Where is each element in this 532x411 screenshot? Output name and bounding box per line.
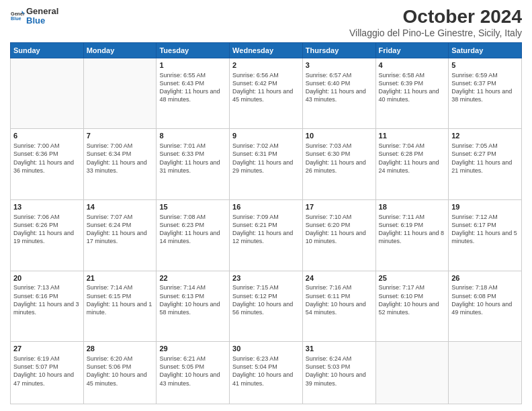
- day-number: 4: [379, 60, 446, 71]
- day-number: 26: [451, 273, 519, 283]
- day-info: Sunrise: 7:04 AMSunset: 6:28 PMDaylight:…: [379, 142, 446, 175]
- day-cell: 28Sunrise: 6:20 AMSunset: 5:06 PMDayligh…: [83, 342, 157, 404]
- day-info: Sunrise: 7:07 AMSunset: 6:24 PMDaylight:…: [87, 213, 154, 246]
- header: General Blue General Blue October 2024 V…: [10, 7, 522, 38]
- header-row: SundayMondayTuesdayWednesdayThursdayFrid…: [11, 42, 522, 58]
- day-info: Sunrise: 7:06 AMSunset: 6:26 PMDaylight:…: [13, 213, 81, 246]
- day-cell: 22Sunrise: 7:14 AMSunset: 6:13 PMDayligh…: [157, 271, 230, 342]
- day-number: 28: [87, 344, 154, 354]
- day-info: Sunrise: 7:15 AMSunset: 6:12 PMDaylight:…: [232, 283, 300, 316]
- day-number: 9: [232, 131, 300, 141]
- week-row-2: 6Sunrise: 7:00 AMSunset: 6:36 PMDaylight…: [11, 129, 522, 200]
- day-cell: [83, 58, 157, 129]
- day-number: 22: [159, 273, 226, 283]
- col-header-thursday: Thursday: [302, 42, 375, 58]
- logo: General Blue General Blue: [10, 7, 58, 26]
- day-info: Sunrise: 7:02 AMSunset: 6:31 PMDaylight:…: [232, 142, 300, 175]
- week-row-5: 27Sunrise: 6:19 AMSunset: 5:07 PMDayligh…: [11, 342, 522, 404]
- day-cell: 21Sunrise: 7:14 AMSunset: 6:15 PMDayligh…: [83, 271, 157, 342]
- day-number: 11: [379, 131, 446, 141]
- day-number: 31: [306, 344, 373, 354]
- day-number: 3: [306, 60, 373, 71]
- col-header-friday: Friday: [375, 42, 449, 58]
- day-number: 25: [379, 273, 446, 283]
- day-number: 21: [87, 273, 154, 283]
- day-cell: 12Sunrise: 7:05 AMSunset: 6:27 PMDayligh…: [449, 129, 522, 200]
- day-cell: 9Sunrise: 7:02 AMSunset: 6:31 PMDaylight…: [230, 129, 303, 200]
- week-row-3: 13Sunrise: 7:06 AMSunset: 6:26 PMDayligh…: [11, 200, 522, 271]
- calendar: SundayMondayTuesdayWednesdayThursdayFrid…: [10, 42, 522, 404]
- day-cell: 19Sunrise: 7:12 AMSunset: 6:17 PMDayligh…: [449, 200, 522, 271]
- day-number: 27: [13, 344, 81, 354]
- main-title: October 2024: [349, 7, 522, 28]
- day-info: Sunrise: 6:20 AMSunset: 5:06 PMDaylight:…: [87, 355, 154, 387]
- day-info: Sunrise: 7:09 AMSunset: 6:21 PMDaylight:…: [232, 213, 300, 246]
- logo-line2: Blue: [26, 16, 58, 26]
- day-cell: 25Sunrise: 7:17 AMSunset: 6:10 PMDayligh…: [375, 271, 449, 342]
- day-cell: 30Sunrise: 6:23 AMSunset: 5:04 PMDayligh…: [230, 342, 303, 404]
- day-number: 2: [232, 60, 300, 71]
- day-cell: 6Sunrise: 7:00 AMSunset: 6:36 PMDaylight…: [11, 129, 84, 200]
- day-cell: 18Sunrise: 7:11 AMSunset: 6:19 PMDayligh…: [375, 200, 449, 271]
- svg-text:Blue: Blue: [11, 16, 21, 21]
- day-info: Sunrise: 6:57 AMSunset: 6:40 PMDaylight:…: [306, 71, 373, 104]
- day-info: Sunrise: 6:21 AMSunset: 5:05 PMDaylight:…: [159, 355, 226, 387]
- day-info: Sunrise: 7:08 AMSunset: 6:23 PMDaylight:…: [159, 213, 226, 246]
- col-header-monday: Monday: [83, 42, 157, 58]
- day-cell: 4Sunrise: 6:58 AMSunset: 6:39 PMDaylight…: [375, 58, 449, 129]
- day-info: Sunrise: 6:56 AMSunset: 6:42 PMDaylight:…: [232, 71, 300, 104]
- day-number: 5: [451, 60, 519, 71]
- day-cell: 16Sunrise: 7:09 AMSunset: 6:21 PMDayligh…: [230, 200, 303, 271]
- day-cell: [449, 342, 522, 404]
- day-number: 1: [159, 60, 226, 71]
- day-number: 6: [13, 131, 81, 141]
- day-info: Sunrise: 7:03 AMSunset: 6:30 PMDaylight:…: [306, 142, 373, 175]
- day-info: Sunrise: 7:11 AMSunset: 6:19 PMDaylight:…: [379, 213, 446, 246]
- day-cell: 26Sunrise: 7:18 AMSunset: 6:08 PMDayligh…: [449, 271, 522, 342]
- day-info: Sunrise: 6:24 AMSunset: 5:03 PMDaylight:…: [306, 355, 373, 387]
- subtitle: Villaggio del Pino-Le Ginestre, Sicily, …: [349, 28, 522, 38]
- day-cell: 27Sunrise: 6:19 AMSunset: 5:07 PMDayligh…: [11, 342, 84, 404]
- col-header-tuesday: Tuesday: [157, 42, 230, 58]
- day-info: Sunrise: 6:19 AMSunset: 5:07 PMDaylight:…: [13, 355, 81, 387]
- day-info: Sunrise: 7:14 AMSunset: 6:13 PMDaylight:…: [159, 283, 226, 316]
- day-cell: 8Sunrise: 7:01 AMSunset: 6:33 PMDaylight…: [157, 129, 230, 200]
- day-number: 10: [306, 131, 373, 141]
- day-info: Sunrise: 7:13 AMSunset: 6:16 PMDaylight:…: [13, 283, 81, 316]
- day-info: Sunrise: 7:12 AMSunset: 6:17 PMDaylight:…: [451, 213, 519, 246]
- day-number: 18: [379, 202, 446, 212]
- day-cell: 15Sunrise: 7:08 AMSunset: 6:23 PMDayligh…: [157, 200, 230, 271]
- day-info: Sunrise: 7:17 AMSunset: 6:10 PMDaylight:…: [379, 283, 446, 316]
- day-info: Sunrise: 7:01 AMSunset: 6:33 PMDaylight:…: [159, 142, 226, 175]
- day-cell: 23Sunrise: 7:15 AMSunset: 6:12 PMDayligh…: [230, 271, 303, 342]
- logo-line1: General: [26, 7, 58, 16]
- day-cell: 20Sunrise: 7:13 AMSunset: 6:16 PMDayligh…: [11, 271, 84, 342]
- day-number: 16: [232, 202, 300, 212]
- day-number: 8: [159, 131, 226, 141]
- day-info: Sunrise: 7:10 AMSunset: 6:20 PMDaylight:…: [306, 213, 373, 246]
- day-info: Sunrise: 6:23 AMSunset: 5:04 PMDaylight:…: [232, 355, 300, 387]
- day-info: Sunrise: 7:14 AMSunset: 6:15 PMDaylight:…: [87, 283, 154, 316]
- day-cell: [375, 342, 449, 404]
- day-number: 14: [87, 202, 154, 212]
- day-cell: 17Sunrise: 7:10 AMSunset: 6:20 PMDayligh…: [302, 200, 375, 271]
- col-header-sunday: Sunday: [11, 42, 84, 58]
- week-row-1: 1Sunrise: 6:55 AMSunset: 6:43 PMDaylight…: [11, 58, 522, 129]
- day-number: 23: [232, 273, 300, 283]
- day-cell: 14Sunrise: 7:07 AMSunset: 6:24 PMDayligh…: [83, 200, 157, 271]
- day-cell: 3Sunrise: 6:57 AMSunset: 6:40 PMDaylight…: [302, 58, 375, 129]
- day-cell: [11, 58, 84, 129]
- day-number: 19: [451, 202, 519, 212]
- day-info: Sunrise: 7:16 AMSunset: 6:11 PMDaylight:…: [306, 283, 373, 316]
- day-number: 30: [232, 344, 300, 354]
- day-number: 17: [306, 202, 373, 212]
- day-info: Sunrise: 7:05 AMSunset: 6:27 PMDaylight:…: [451, 142, 519, 175]
- day-number: 24: [306, 273, 373, 283]
- day-cell: 29Sunrise: 6:21 AMSunset: 5:05 PMDayligh…: [157, 342, 230, 404]
- day-info: Sunrise: 7:00 AMSunset: 6:36 PMDaylight:…: [13, 142, 81, 175]
- page: General Blue General Blue October 2024 V…: [0, 0, 532, 411]
- day-cell: 7Sunrise: 7:00 AMSunset: 6:34 PMDaylight…: [83, 129, 157, 200]
- day-cell: 1Sunrise: 6:55 AMSunset: 6:43 PMDaylight…: [157, 58, 230, 129]
- day-cell: 2Sunrise: 6:56 AMSunset: 6:42 PMDaylight…: [230, 58, 303, 129]
- col-header-wednesday: Wednesday: [230, 42, 303, 58]
